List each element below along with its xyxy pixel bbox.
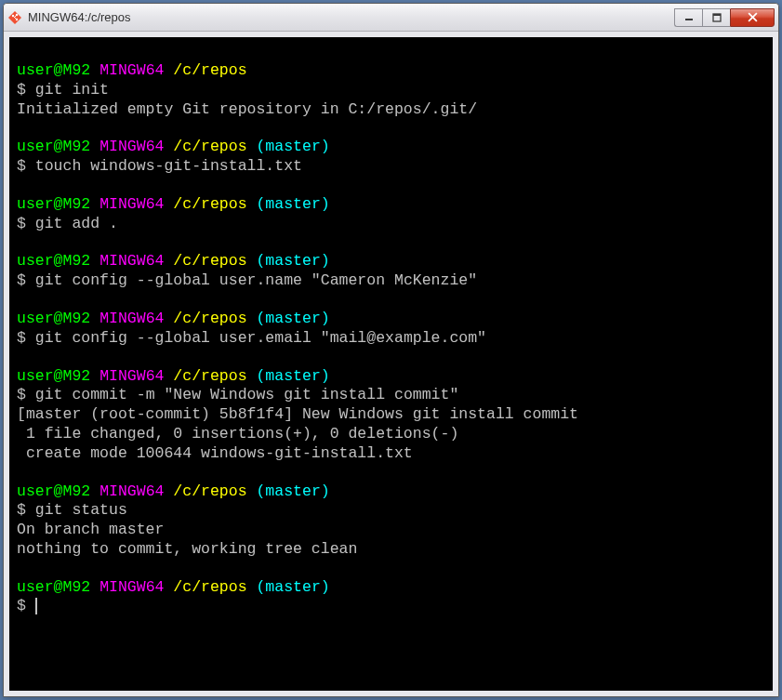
command-line: $ touch windows-git-install.txt <box>17 157 765 177</box>
command-line: $ git config --global user.email "mail@e… <box>17 329 765 349</box>
prompt-line: user@M92 MINGW64 /c/repos (master) <box>17 482 765 502</box>
prompt-line: user@M92 MINGW64 /c/repos <box>17 61 765 81</box>
prompt-line: user@M92 MINGW64 /c/repos (master) <box>17 578 765 598</box>
prompt-line: user@M92 MINGW64 /c/repos (master) <box>17 310 765 329</box>
prompt-line: user@M92 MINGW64 /c/repos (master) <box>17 252 765 271</box>
terminal-window: MINGW64:/c/repos user@M92 MINGW64 /c/rep… <box>3 3 779 697</box>
command-line: $ git status <box>17 501 765 521</box>
command-line: $ git config --global user.name "Cameron… <box>17 271 765 291</box>
window-title: MINGW64:/c/repos <box>28 10 674 24</box>
minimize-button[interactable] <box>674 8 702 27</box>
command-line: $ git add . <box>17 215 765 234</box>
titlebar[interactable]: MINGW64:/c/repos <box>4 4 778 32</box>
terminal-area[interactable]: user@M92 MINGW64 /c/repos$ git initIniti… <box>9 37 773 691</box>
command-line-active[interactable]: $ <box>17 597 765 616</box>
output-line: create mode 100644 windows-git-install.t… <box>17 444 765 464</box>
command-line: $ git commit -m "New Windows git install… <box>17 386 765 405</box>
maximize-button[interactable] <box>702 8 730 27</box>
close-button[interactable] <box>730 8 775 27</box>
terminal-frame: user@M92 MINGW64 /c/repos$ git initIniti… <box>4 32 778 696</box>
output-line: On branch master <box>17 521 765 540</box>
cursor-icon <box>35 598 37 614</box>
output-line: [master (root-commit) 5b8f1f4] New Windo… <box>17 405 765 425</box>
prompt-line: user@M92 MINGW64 /c/repos (master) <box>17 367 765 387</box>
command-line: $ git init <box>17 81 765 100</box>
svg-rect-5 <box>685 19 693 20</box>
prompt-line: user@M92 MINGW64 /c/repos (master) <box>17 195 765 215</box>
output-line: Initialized empty Git repository in C:/r… <box>17 100 765 120</box>
app-icon <box>7 10 22 25</box>
output-line: nothing to commit, working tree clean <box>17 540 765 560</box>
window-controls <box>674 8 775 27</box>
output-line: 1 file changed, 0 insertions(+), 0 delet… <box>17 425 765 444</box>
prompt-line: user@M92 MINGW64 /c/repos (master) <box>17 138 765 157</box>
svg-rect-7 <box>713 14 721 16</box>
